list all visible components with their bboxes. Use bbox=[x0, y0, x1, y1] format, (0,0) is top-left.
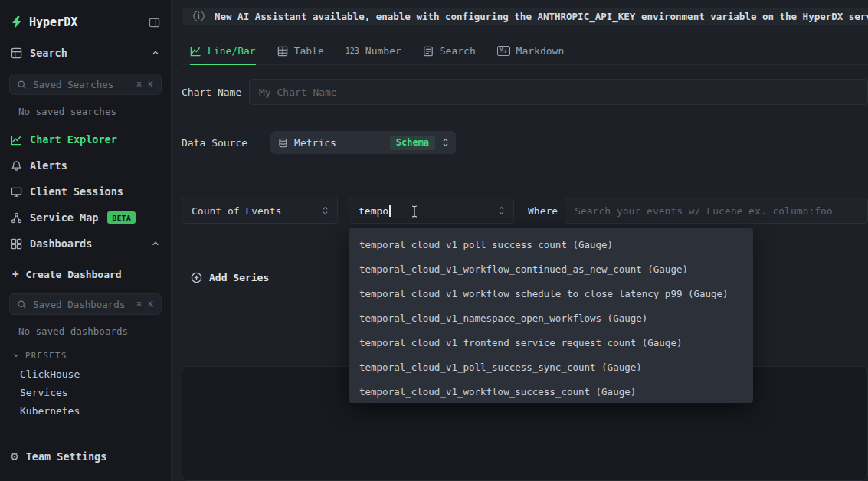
no-saved-dashboards-text: No saved dashboards bbox=[0, 318, 171, 342]
data-source-value: Metrics bbox=[294, 137, 336, 149]
dropdown-option[interactable]: temporal_cloud_v1_poll_success_count (Ga… bbox=[349, 233, 753, 257]
chevron-updown-icon bbox=[441, 137, 450, 148]
hyperdx-logo-icon bbox=[11, 16, 23, 28]
data-source-select[interactable]: Metrics Schema bbox=[270, 131, 456, 154]
sidebar-item-label: Dashboards bbox=[30, 237, 92, 250]
database-icon bbox=[278, 138, 288, 148]
where-label: Where bbox=[528, 205, 558, 217]
tab-number[interactable]: 123 Number bbox=[346, 45, 401, 64]
ai-assistant-banner: ⓘ New AI Assistant available, enable wit… bbox=[182, 8, 868, 25]
search-section-icon bbox=[11, 47, 22, 59]
sidebar-item-label: Search bbox=[30, 47, 67, 59]
command-k-shortcut: ⌘ K bbox=[136, 80, 154, 90]
search-icon bbox=[17, 80, 27, 90]
plus-icon: + bbox=[12, 268, 18, 280]
info-icon: ⓘ bbox=[193, 9, 205, 24]
where-input-wrap bbox=[565, 198, 868, 224]
sidebar-item-alerts[interactable]: Alerts bbox=[0, 152, 171, 178]
number-123-icon: 123 bbox=[346, 47, 359, 55]
chevron-down-icon bbox=[12, 352, 20, 359]
dropdown-option[interactable]: temporal_cloud_v1_workflow_continued_as_… bbox=[349, 257, 753, 282]
command-k-shortcut: ⌘ K bbox=[136, 299, 154, 309]
tab-label: Number bbox=[365, 45, 401, 57]
tab-label: Search bbox=[440, 45, 476, 57]
chart-name-input[interactable] bbox=[249, 79, 868, 105]
presets-label: PRESETS bbox=[25, 351, 67, 360]
dropdown-option[interactable]: temporal_cloud_v1_workflow_schedule_to_c… bbox=[349, 282, 753, 306]
add-series-button[interactable]: Add Series bbox=[191, 272, 269, 283]
tab-line-bar[interactable]: Line/Bar bbox=[190, 45, 256, 64]
sidebar-item-label: Chart Explorer bbox=[30, 133, 117, 146]
document-icon bbox=[423, 46, 434, 57]
saved-dashboards-placeholder: Saved Dashboards bbox=[33, 299, 125, 310]
metric-suggestions-dropdown: temporal_cloud_v1_poll_success_count (Ga… bbox=[349, 228, 753, 403]
sidebar-item-dashboards[interactable]: Dashboards bbox=[0, 231, 171, 257]
team-settings-label: Team Settings bbox=[26, 450, 107, 463]
dropdown-option[interactable]: temporal_cloud_v1_workflow_success_count… bbox=[349, 380, 753, 403]
saved-searches-placeholder: Saved Searches bbox=[33, 79, 113, 90]
sidebar-nav: Chart Explorer Alerts Client Sessions Se… bbox=[0, 126, 171, 257]
data-source-row: Data Source Metrics Schema bbox=[182, 131, 868, 154]
metric-search-input[interactable]: tempo bbox=[349, 198, 514, 224]
sidebar-item-chart-explorer[interactable]: Chart Explorer bbox=[0, 126, 171, 152]
sidebar-item-label: Alerts bbox=[30, 159, 67, 172]
data-source-label: Data Source bbox=[182, 137, 247, 149]
create-dashboard-label: Create Dashboard bbox=[25, 269, 121, 280]
search-icon bbox=[17, 299, 27, 309]
schema-button[interactable]: Schema bbox=[390, 136, 435, 150]
logo[interactable]: HyperDX bbox=[11, 15, 77, 29]
chevron-updown-icon bbox=[321, 205, 329, 216]
table-icon bbox=[277, 46, 288, 57]
chart-name-row: Chart Name bbox=[182, 79, 868, 105]
sidebar-item-label: Service Map bbox=[30, 211, 98, 224]
create-dashboard-button[interactable]: + Create Dashboard bbox=[0, 263, 171, 286]
plus-circle-icon bbox=[191, 272, 202, 283]
where-search-input[interactable] bbox=[565, 198, 868, 224]
tab-markdown[interactable]: M↓ Markdown bbox=[497, 45, 564, 64]
saved-dashboards-input[interactable]: Saved Dashboards ⌘ K bbox=[9, 293, 162, 315]
aggregation-select[interactable]: Count of Events bbox=[182, 198, 338, 224]
tab-label: Line/Bar bbox=[208, 45, 256, 57]
presets-section-toggle[interactable]: PRESETS bbox=[0, 342, 171, 365]
text-caret bbox=[389, 205, 391, 217]
sidebar-header: HyperDX bbox=[0, 0, 171, 40]
preset-item-clickhouse[interactable]: ClickHouse bbox=[0, 365, 171, 383]
line-chart-icon bbox=[190, 45, 201, 57]
add-series-label: Add Series bbox=[209, 272, 269, 283]
beta-badge: BETA bbox=[107, 211, 136, 224]
sidebar-item-search[interactable]: Search bbox=[0, 40, 171, 66]
dropdown-option[interactable]: temporal_cloud_v1_poll_success_sync_coun… bbox=[349, 355, 753, 380]
monitor-icon bbox=[11, 186, 22, 198]
markdown-icon: M↓ bbox=[497, 46, 510, 56]
main-content: ⓘ New AI Assistant available, enable wit… bbox=[172, 0, 868, 481]
sidebar-item-label: Client Sessions bbox=[30, 185, 123, 198]
chevron-up-icon bbox=[151, 239, 160, 248]
saved-searches-input[interactable]: Saved Searches ⌘ K bbox=[9, 74, 162, 95]
chevron-up-icon bbox=[151, 48, 160, 57]
preset-item-kubernetes[interactable]: Kubernetes bbox=[0, 401, 171, 420]
ibeam-cursor bbox=[411, 205, 418, 220]
service-map-icon bbox=[11, 212, 22, 224]
tab-table[interactable]: Table bbox=[277, 45, 324, 64]
gear-icon: ⚙ bbox=[11, 450, 18, 463]
tab-search[interactable]: Search bbox=[423, 45, 476, 64]
preset-item-services[interactable]: Services bbox=[0, 383, 171, 401]
sidebar-item-client-sessions[interactable]: Client Sessions bbox=[0, 178, 171, 205]
metric-input-value: tempo bbox=[359, 205, 388, 217]
sidebar-item-service-map[interactable]: Service Map BETA bbox=[0, 205, 171, 231]
no-saved-searches-text: No saved searches bbox=[0, 98, 171, 122]
app-window: HyperDX Search Saved Searches ⌘ K No sav… bbox=[0, 0, 868, 481]
chevron-updown-icon bbox=[497, 205, 506, 216]
sidebar: HyperDX Search Saved Searches ⌘ K No sav… bbox=[0, 0, 172, 481]
dashboards-icon bbox=[11, 238, 22, 250]
chart-type-tabs: Line/Bar Table 123 Number Search M↓ Mark… bbox=[182, 45, 868, 65]
bell-icon bbox=[11, 160, 22, 172]
sidebar-collapse-icon[interactable] bbox=[149, 17, 160, 28]
banner-text: New AI Assistant available, enable with … bbox=[215, 11, 868, 22]
team-settings-button[interactable]: ⚙ Team Settings bbox=[0, 450, 171, 481]
chart-icon bbox=[11, 134, 22, 146]
chart-name-label: Chart Name bbox=[182, 87, 249, 98]
tab-label: Table bbox=[294, 45, 324, 57]
dropdown-option[interactable]: temporal_cloud_v1_namespace_open_workflo… bbox=[349, 306, 753, 331]
dropdown-option[interactable]: temporal_cloud_v1_frontend_service_reque… bbox=[349, 331, 753, 355]
